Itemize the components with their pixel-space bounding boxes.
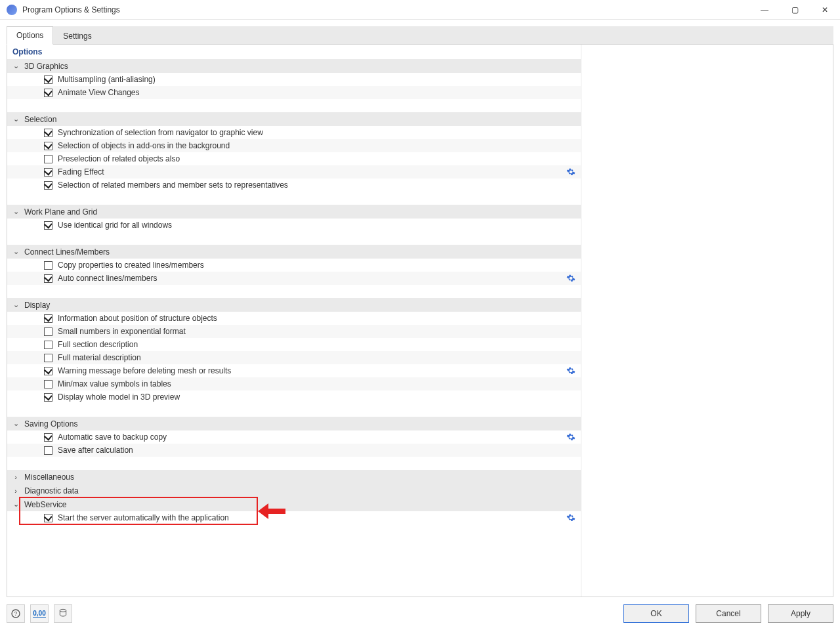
apply-button[interactable]: Apply (768, 604, 833, 623)
chevron-down-icon: ⌄ (11, 301, 20, 310)
checkbox-preselect[interactable] (44, 155, 52, 163)
label-info-pos: Information about position of structure … (58, 314, 576, 323)
row-whole-model[interactable]: Display whole model in 3D preview (7, 390, 581, 404)
checkbox-addons-bg[interactable] (44, 142, 52, 150)
row-full-section[interactable]: Full section description (7, 338, 581, 351)
group-saving: ⌄ Saving Options Automatic save to backu… (7, 417, 581, 470)
tabbar: Options Settings (7, 26, 833, 45)
ok-button[interactable]: OK (623, 604, 689, 623)
help-button[interactable]: ? (7, 604, 25, 623)
group-header-display[interactable]: ⌄ Display (7, 298, 581, 312)
database-icon (58, 608, 68, 619)
chevron-right-icon: › (11, 472, 20, 482)
checkbox-identical[interactable] (44, 221, 52, 230)
checkbox-autoconnect[interactable] (44, 274, 52, 283)
checkbox-full-section[interactable] (44, 341, 52, 349)
group-header-connect[interactable]: ⌄ Connect Lines/Members (7, 245, 581, 259)
minimize-button[interactable]: — (749, 0, 780, 20)
group-title-display: Display (24, 301, 50, 310)
row-autoconnect[interactable]: Auto connect lines/members (7, 272, 581, 285)
label-full-section: Full section description (58, 340, 576, 349)
row-multisampling[interactable]: Multisampling (anti-aliasing) (7, 73, 581, 86)
group-workplane: ⌄ Work Plane and Grid Use identical grid… (7, 205, 581, 245)
checkbox-info-pos[interactable] (44, 314, 52, 323)
checkbox-autostart[interactable] (44, 514, 52, 522)
help-icon: ? (10, 608, 21, 619)
group-header-workplane[interactable]: ⌄ Work Plane and Grid (7, 205, 581, 219)
units-icon: 0,00 (33, 610, 45, 618)
checkbox-autosave[interactable] (44, 433, 52, 442)
checkbox-animate[interactable] (44, 89, 52, 97)
gear-icon[interactable] (566, 366, 576, 375)
group-header-webservice[interactable]: ⌄ WebService (7, 497, 581, 511)
chevron-down-icon: ⌄ (11, 115, 20, 124)
close-button[interactable]: ✕ (810, 0, 840, 20)
close-icon: ✕ (822, 5, 828, 14)
gear-icon[interactable] (566, 432, 576, 442)
group-header-selection[interactable]: ⌄ Selection (7, 112, 581, 126)
tab-options[interactable]: Options (7, 26, 53, 45)
checkbox-related[interactable] (44, 181, 52, 190)
row-addons-bg[interactable]: Selection of objects in add-ons in the b… (7, 139, 581, 152)
window-title: Program Options & Settings (22, 5, 120, 14)
footer: ? 0,00 OK Cancel Apply (0, 601, 840, 630)
maximize-icon: ▢ (791, 5, 799, 14)
row-animate[interactable]: Animate View Changes (7, 86, 581, 99)
group-display: ⌄ Display Information about position of … (7, 298, 581, 417)
gear-icon[interactable] (566, 513, 576, 522)
maximize-button[interactable]: ▢ (780, 0, 810, 20)
row-preselect[interactable]: Preselection of related objects also (7, 152, 581, 165)
label-fading: Fading Effect (58, 167, 566, 177)
checkbox-after-calc[interactable] (44, 446, 52, 455)
panel-title: Options (7, 45, 581, 59)
group-header-saving[interactable]: ⌄ Saving Options (7, 417, 581, 430)
group-miscellaneous: › Miscellaneous (7, 470, 581, 484)
tab-settings[interactable]: Settings (53, 27, 101, 45)
row-small-exp[interactable]: Small numbers in exponential format (7, 325, 581, 338)
label-preselect: Preselection of related objects also (58, 154, 576, 163)
label-after-calc: Save after calculation (58, 446, 576, 455)
cancel-button[interactable]: Cancel (696, 604, 761, 623)
row-fading[interactable]: Fading Effect (7, 165, 581, 178)
row-autosave[interactable]: Automatic save to backup copy (7, 430, 581, 444)
row-copyprops[interactable]: Copy properties to created lines/members (7, 259, 581, 272)
checkbox-warn-mesh[interactable] (44, 367, 52, 375)
gear-icon[interactable] (566, 274, 576, 283)
group-connect: ⌄ Connect Lines/Members Copy properties … (7, 245, 581, 298)
database-button[interactable] (54, 604, 72, 623)
gear-icon[interactable] (566, 167, 576, 177)
checkbox-small-exp[interactable] (44, 327, 52, 336)
chevron-down-icon: ⌄ (11, 62, 20, 71)
row-sync[interactable]: Synchronization of selection from naviga… (7, 126, 581, 139)
checkbox-minmax[interactable] (44, 380, 52, 388)
row-warn-mesh[interactable]: Warning message before deleting mesh or … (7, 364, 581, 377)
row-related[interactable]: Selection of related members and member … (7, 178, 581, 192)
label-multisampling: Multisampling (anti-aliasing) (58, 75, 576, 84)
row-info-pos[interactable]: Information about position of structure … (7, 312, 581, 325)
titlebar: Program Options & Settings — ▢ ✕ (0, 0, 840, 20)
label-related: Selection of related members and member … (58, 180, 576, 190)
checkbox-sync[interactable] (44, 129, 52, 137)
label-copyprops: Copy properties to created lines/members (58, 261, 576, 270)
units-button[interactable]: 0,00 (30, 604, 49, 623)
label-animate: Animate View Changes (58, 88, 576, 97)
app-icon (7, 5, 17, 15)
group-header-diagnostic[interactable]: › Diagnostic data (7, 484, 581, 497)
group-title-misc: Miscellaneous (24, 472, 74, 482)
checkbox-full-material[interactable] (44, 354, 52, 362)
label-minmax: Min/max value symbols in tables (58, 379, 576, 388)
label-addons-bg: Selection of objects in add-ons in the b… (58, 141, 576, 150)
row-full-material[interactable]: Full material description (7, 351, 581, 364)
checkbox-multisampling[interactable] (44, 75, 52, 84)
checkbox-whole-model[interactable] (44, 393, 52, 402)
chevron-down-icon: ⌄ (11, 207, 20, 217)
group-header-miscellaneous[interactable]: › Miscellaneous (7, 470, 581, 484)
row-identical[interactable]: Use identical grid for all windows (7, 219, 581, 232)
preview-pane (581, 45, 833, 597)
checkbox-copyprops[interactable] (44, 261, 52, 270)
row-after-calc[interactable]: Save after calculation (7, 444, 581, 457)
row-minmax[interactable]: Min/max value symbols in tables (7, 377, 581, 390)
checkbox-fading[interactable] (44, 168, 52, 177)
group-header-3d-graphics[interactable]: ⌄ 3D Graphics (7, 59, 581, 73)
row-autostart[interactable]: Start the server automatically with the … (7, 511, 581, 524)
